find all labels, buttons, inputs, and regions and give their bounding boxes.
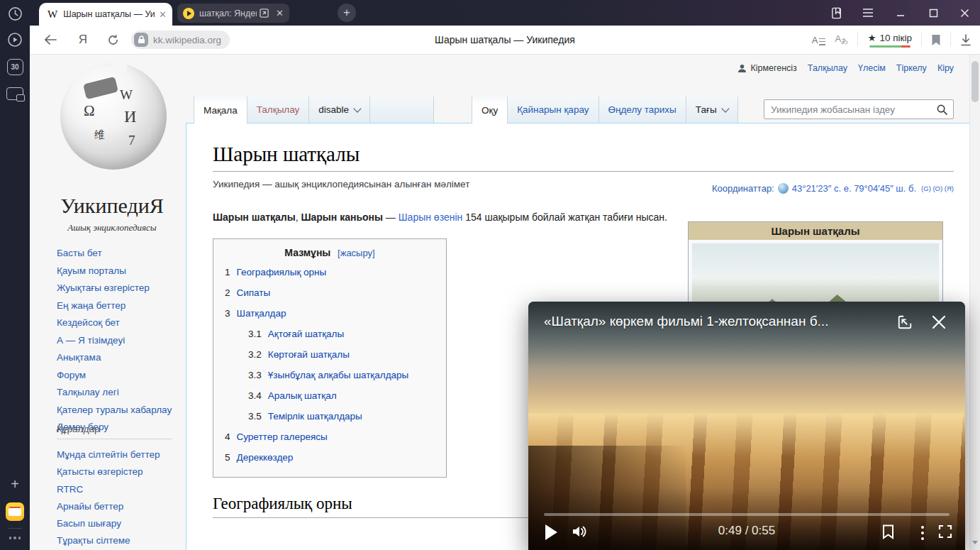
sidebar-tools-list: Мұнда сілтейтін беттер Қатысты өзгерісте… (57, 446, 191, 550)
reload-button[interactable] (102, 26, 123, 54)
back-button[interactable] (40, 26, 61, 54)
sidebar-link: Жуықтағы өзгерістер (57, 280, 186, 297)
intro-paragraph: Шарын шатқалы, Шарын каньоны — Шарын өзе… (213, 208, 679, 226)
video-progress-bar[interactable] (544, 513, 950, 516)
maximize-button[interactable] (919, 0, 947, 26)
site-rating-widget[interactable]: ★ 10 пікір (867, 32, 912, 48)
tab-view-source[interactable]: Қайнарын қарау (508, 97, 598, 123)
bookmarks-panel-icon[interactable] (823, 0, 851, 26)
toolbar-separator (921, 33, 922, 47)
menu-icon[interactable] (854, 0, 882, 26)
minimize-button[interactable] (886, 0, 915, 26)
plus-icon: + (343, 6, 350, 20)
sidebar-link: Басты бет (57, 245, 186, 263)
toc-item: 5Дереккөздер (225, 447, 435, 468)
lock-icon[interactable] (134, 33, 148, 47)
bookmark-button[interactable] (931, 34, 941, 46)
toc-item: 3.3Ұзынбұлақ алқабы шатқалдары (225, 365, 435, 385)
sidebar-link: Арнайы беттер (57, 498, 191, 515)
calendar-30-label: 30 (7, 59, 23, 75)
coordinates-label[interactable]: Координаттар: (712, 183, 774, 194)
video-time-display: 0:49 / 0:55 (528, 524, 965, 538)
username: Кірмегенсіз (750, 63, 796, 73)
sidebar-link: Қателер туралы хабарлау (57, 402, 186, 419)
search-icon[interactable] (937, 104, 947, 115)
toc-item: 3.4Аралық шатқал (225, 385, 435, 406)
download-button[interactable] (960, 34, 971, 46)
rail-add-button[interactable]: + (0, 476, 30, 492)
sidebar-link: Кездейсоқ бет (57, 314, 186, 332)
toolbar-separator (950, 33, 951, 47)
tab-history[interactable]: Өңделу тарихы (599, 97, 686, 123)
browser-toolbar: Я kk.wikipedia.org Шарын шатқалы — Уикип… (30, 26, 980, 55)
tab-talk[interactable]: Талқылау (247, 97, 310, 123)
table-of-contents: Мазмұны [жасыру] 1Географиялық орны 2Сип… (213, 238, 447, 478)
calendar-30-icon[interactable]: 30 (0, 59, 30, 75)
tab-empty (370, 97, 434, 123)
toc-item: 3.5Темірлік шатқалдары (225, 406, 435, 427)
chevron-down-icon (353, 104, 361, 112)
pip-tab-icon[interactable] (260, 9, 269, 18)
tab-article[interactable]: Мақала (194, 97, 247, 123)
address-bar[interactable]: kk.wikipedia.org (131, 31, 230, 49)
translate-icon[interactable]: Аあ (835, 33, 848, 46)
wiki-wordmark: УикипедиЯ (30, 194, 194, 218)
reader-mode-icon[interactable]: А (812, 35, 826, 45)
personal-link-talk[interactable]: Талқылау (808, 63, 847, 73)
video-controls-gradient (528, 488, 965, 550)
toc-hide-toggle[interactable]: [жасыру] (338, 248, 375, 258)
coordinates-value[interactable]: 43°21′23″ с. е. 79°04′45″ ш. б. (792, 183, 916, 194)
geo-globe-icon[interactable] (778, 183, 789, 194)
sidebar-link: Анықтама (57, 349, 186, 367)
coordinates-services[interactable]: (G) (O) (Я) (921, 185, 954, 192)
page-tabs-left: Мақала Талқылау disable (194, 97, 434, 123)
toc-item: 4Суреттер галереясы (225, 427, 435, 447)
pip-video-player[interactable]: «Шатқал» көркем фильмі 1-желтоқсаннан б.… (528, 302, 965, 550)
reader-letter: А (812, 35, 818, 45)
sidebar-link: Ең жаңа беттер (57, 297, 186, 315)
fullscreen-icon[interactable] (935, 522, 955, 541)
pip-restore-icon[interactable] (896, 313, 914, 331)
rail-overflow-icon[interactable] (0, 534, 30, 542)
video-play-favicon (183, 8, 194, 19)
toc-item: 1Географиялық орны (225, 262, 435, 282)
intro-bold: Шарын каньоны (301, 211, 383, 223)
rating-text: 10 пікір (880, 33, 913, 43)
scrollbar-thumb[interactable] (971, 61, 979, 102)
screenshot-icon[interactable] (0, 87, 30, 100)
pip-close-icon[interactable] (930, 313, 948, 331)
tab-read[interactable]: Оқу (472, 97, 508, 123)
personal-link-contribs[interactable]: Үлесім (858, 63, 886, 73)
history-clock-icon[interactable] (0, 6, 30, 21)
river-link[interactable]: Шарын өзенін (399, 211, 463, 223)
rating-bar (869, 45, 911, 48)
video-bookmark-icon[interactable] (879, 522, 897, 541)
search-input[interactable] (764, 104, 937, 115)
coordinates: Координаттар: 43°21′23″ с. е. 79°04′45″ … (712, 183, 954, 194)
personal-link-login[interactable]: Кіру (937, 63, 954, 73)
wikipedia-favicon: W (48, 9, 57, 21)
tab-close-icon[interactable]: ✕ (276, 9, 284, 18)
new-tab-button[interactable]: + (338, 4, 356, 22)
tab-disable[interactable]: disable (309, 97, 370, 123)
tab-wikipedia[interactable]: W Шарын шатқалы — Уик ✕ (39, 3, 172, 26)
video-title-gradient (528, 302, 965, 367)
tab-video[interactable]: шатқал: Яндекс.Виде ✕ (177, 4, 289, 23)
more-options-icon[interactable] (921, 526, 924, 540)
personal-link-register[interactable]: Тіркелу (896, 63, 927, 73)
sidebar-link: Басып шығару (57, 515, 191, 532)
tab-more[interactable]: Тағы (686, 97, 738, 123)
toc-item: 2Сипаты (225, 282, 435, 303)
tab-close-icon[interactable]: ✕ (159, 10, 167, 19)
yandex-logo-button[interactable]: Я (72, 26, 94, 54)
wikipedia-logo[interactable]: W И Ω 7 维 (60, 63, 167, 170)
chevron-down-icon (721, 104, 729, 112)
user-icon (737, 64, 747, 73)
page-scrollbar[interactable] (969, 55, 980, 550)
video-service-icon[interactable] (0, 32, 30, 48)
sidebar-link: Талқылау легі (57, 384, 186, 402)
close-button[interactable] (950, 0, 979, 26)
scrollbar-down-arrow[interactable] (972, 541, 978, 544)
yandex-mail-icon[interactable] (0, 502, 30, 522)
toc-item: 3.2Көртоғай шатқалы (225, 344, 435, 365)
